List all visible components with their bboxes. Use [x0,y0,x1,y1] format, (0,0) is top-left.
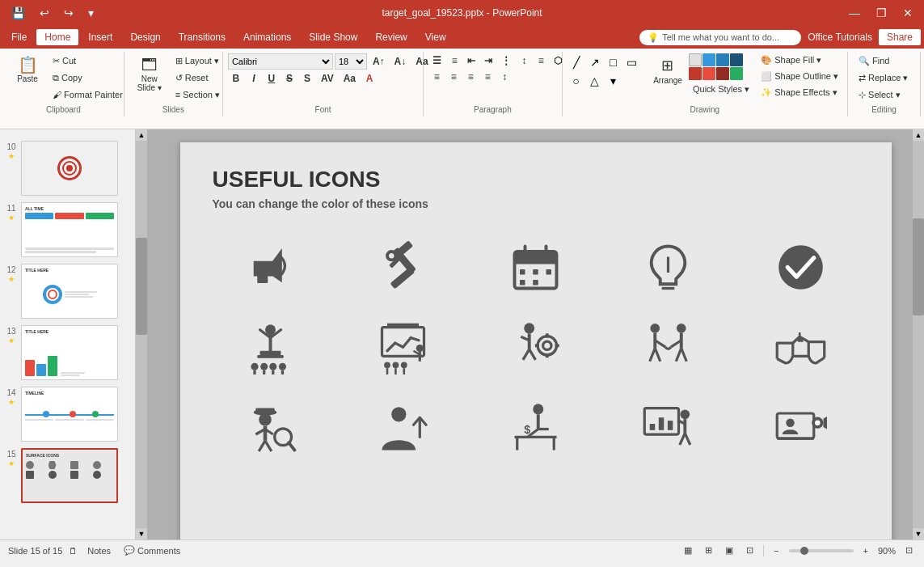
view-normal-button[interactable]: ▦ [681,544,695,557]
zoom-in-button[interactable]: + [860,544,871,557]
align-right-button[interactable]: ≡ [462,70,479,84]
close-button[interactable]: ✕ [898,5,918,21]
notes-button[interactable]: Notes [84,544,114,557]
text-direction-button[interactable]: ↕ [516,53,532,68]
slide-thumb-14[interactable]: TIMELINE [21,387,118,442]
redo-button[interactable]: ↪ [59,5,78,21]
right-scroll-up[interactable]: ▲ [913,129,924,141]
numbering-button[interactable]: ≡ [446,53,462,68]
shape-line[interactable]: ╱ [567,53,585,71]
qs-item-7[interactable] [716,67,729,80]
slide-thumb-13[interactable]: TITLE HERE [21,325,118,380]
icon-salary[interactable]: $ [504,396,568,461]
shape-arrow[interactable]: ↗ [586,53,604,71]
view-slide-sorter-button[interactable]: ⊞ [702,544,715,557]
right-scroll-thumb[interactable] [913,218,924,315]
slide-item-15[interactable]: 15 ★ SURFACE ICONS [3,446,132,505]
strikethrough-button[interactable]: S [281,71,297,86]
change-case-button[interactable]: Aa [340,71,360,86]
quick-styles-button[interactable]: Quick Styles ▾ [689,82,753,97]
icon-calendar[interactable] [504,235,568,299]
find-button[interactable]: 🔍 Find [853,53,895,69]
qs-item-6[interactable] [702,67,715,80]
menu-view[interactable]: View [417,29,454,45]
icon-handshake-v[interactable] [636,315,701,380]
font-grow-button[interactable]: A↑ [369,54,389,69]
slide-item-13[interactable]: 13 ★ TITLE HERE [3,324,132,382]
slide-item-12[interactable]: 12 ★ TITLE HERE [3,262,132,320]
align-center-button[interactable]: ≡ [445,70,462,84]
icon-speaker-podium[interactable] [238,315,303,380]
icon-handshake[interactable] [769,315,833,380]
layout-button[interactable]: ⊞ Layout ▾ [171,53,224,69]
font-name-select[interactable]: Calibri [228,53,333,70]
format-painter-button[interactable]: 🖌 Format Painter [49,87,127,102]
icon-checkmark[interactable] [769,235,833,299]
scroll-thumb[interactable] [136,238,147,335]
save-button[interactable]: 💾 [6,5,30,21]
zoom-slider[interactable] [789,549,854,552]
decrease-indent-button[interactable]: ⇤ [463,53,479,68]
share-button[interactable]: Share [879,29,921,45]
qs-item-3[interactable] [716,53,729,66]
customize-qat-button[interactable]: ▾ [83,5,99,21]
menu-home[interactable]: Home [36,29,78,45]
char-spacing-button[interactable]: AV [317,71,338,86]
undo-button[interactable]: ↩ [35,5,54,21]
menu-insert[interactable]: Insert [80,29,120,45]
section-button[interactable]: ≡ Section ▾ [171,87,224,103]
icon-worker-gears[interactable] [504,315,568,380]
shape-rect[interactable]: □ [605,53,622,71]
replace-button[interactable]: ⇄ Replace ▾ [853,70,913,86]
shape-fill-button[interactable]: 🎨 Shape Fill ▾ [757,53,842,67]
align-left-button[interactable]: ≡ [428,70,445,84]
icon-detective[interactable] [238,396,303,461]
qs-item-4[interactable] [730,53,743,66]
new-slide-button[interactable]: 🗔 NewSlide ▾ [129,53,170,95]
restore-button[interactable]: ❐ [871,5,892,21]
slide-thumb-12[interactable]: TITLE HERE [21,264,118,319]
icon-video-person[interactable] [769,396,833,461]
increase-indent-button[interactable]: ⇥ [480,53,496,68]
icon-megaphone[interactable] [238,235,303,299]
slide-thumb-11[interactable]: ALL TIME [21,202,118,257]
shape-more[interactable]: ▾ [605,72,622,90]
shape-effects-button[interactable]: ✨ Shape Effects ▾ [757,86,842,99]
italic-button[interactable]: I [246,71,262,86]
menu-file[interactable]: File [3,29,35,45]
comments-button[interactable]: 💬 Comments [120,544,184,557]
shape-triangle[interactable]: △ [586,72,604,90]
cut-button[interactable]: ✂ Cut [49,53,127,69]
icon-tools[interactable] [371,235,436,299]
office-tutorials-link[interactable]: Office Tutorials [808,32,872,43]
bold-button[interactable]: B [228,71,244,86]
scroll-down-button[interactable]: ▼ [137,528,147,539]
menu-review[interactable]: Review [367,29,415,45]
paste-button[interactable]: 📋 Paste [8,53,47,87]
underline-button[interactable]: U [264,71,280,86]
slide-item-11[interactable]: 11 ★ ALL TIME [3,201,132,259]
align-text-button[interactable]: ≡ [533,53,549,68]
qs-item-8[interactable] [730,67,743,80]
line-spacing-button[interactable]: ↕ [496,70,513,84]
qs-item-1[interactable] [689,53,702,66]
menu-transitions[interactable]: Transitions [171,29,234,45]
minimize-button[interactable]: — [844,5,865,21]
icon-presentation[interactable] [371,315,436,380]
justify-button[interactable]: ≡ [479,70,496,84]
shape-circle[interactable]: ○ [567,72,585,90]
slide-thumb-10[interactable] [21,141,118,196]
menu-design[interactable]: Design [122,29,168,45]
view-reading-button[interactable]: ▣ [722,544,736,557]
reset-button[interactable]: ↺ Reset [171,70,224,86]
arrange-button[interactable]: ⊞ Arrange [650,53,686,88]
shape-rounded-rect[interactable]: ▭ [623,53,641,71]
font-size-select[interactable]: 18 [335,53,367,70]
select-button[interactable]: ⊹ Select ▾ [853,87,906,103]
font-shrink-button[interactable]: A↓ [390,54,411,69]
icon-chart-person[interactable] [636,396,701,461]
icon-person-upload[interactable] [371,396,436,461]
view-slideshow-button[interactable]: ⊡ [743,544,757,557]
menu-slideshow[interactable]: Slide Show [301,29,365,45]
bullets-button[interactable]: ☰ [428,53,445,68]
